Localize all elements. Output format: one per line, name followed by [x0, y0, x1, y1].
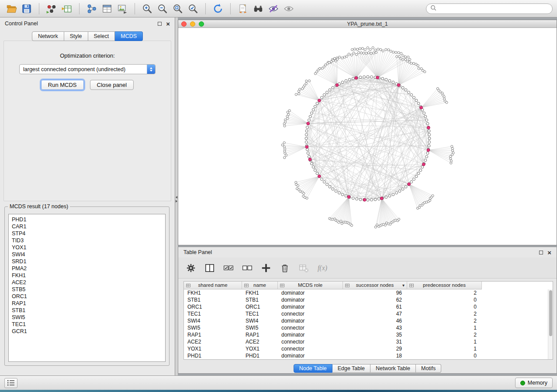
network-node[interactable]: [400, 58, 402, 60]
network-node-dominator[interactable]: [397, 84, 400, 87]
network-node-dominator[interactable]: [307, 122, 310, 125]
mcds-result-item[interactable]: ACE2: [12, 279, 165, 286]
mcds-result-item[interactable]: RAP1: [12, 300, 165, 307]
network-node[interactable]: [413, 178, 415, 181]
table-cell[interactable]: SWI5: [184, 324, 242, 331]
table-cell[interactable]: TEC1: [184, 310, 242, 317]
network-node[interactable]: [426, 152, 429, 155]
table-cell[interactable]: 1: [407, 345, 482, 352]
network-node-dominator[interactable]: [380, 197, 383, 200]
network-node[interactable]: [374, 198, 377, 201]
network-node[interactable]: [419, 169, 422, 172]
table-cell[interactable]: YOX1: [242, 345, 278, 352]
network-node[interactable]: [390, 50, 392, 52]
network-node[interactable]: [348, 78, 351, 81]
network-node[interactable]: [314, 169, 316, 172]
network-node[interactable]: [392, 81, 394, 83]
unselect-all-checkbox-button[interactable]: [241, 261, 254, 275]
zoom-in-button[interactable]: [140, 2, 154, 16]
table-cell[interactable]: RAP1: [184, 331, 242, 338]
close-panel-button[interactable]: Close panel: [90, 80, 134, 90]
network-node[interactable]: [335, 60, 337, 62]
network-node[interactable]: [384, 224, 386, 226]
network-graph-svg[interactable]: [178, 28, 557, 245]
network-node[interactable]: [450, 162, 452, 164]
table-cell[interactable]: dominator: [278, 331, 343, 338]
network-node[interactable]: [353, 48, 356, 50]
table-cell[interactable]: TEC1: [242, 310, 278, 317]
network-node[interactable]: [398, 190, 401, 193]
column-header-MCDS-role[interactable]: MCDS role: [278, 282, 343, 289]
network-node[interactable]: [392, 193, 394, 196]
new-network-table-button[interactable]: [100, 2, 114, 16]
table-cell[interactable]: dominator: [278, 317, 343, 324]
hide-selected-button[interactable]: [266, 2, 280, 16]
network-node[interactable]: [385, 48, 387, 51]
network-node[interactable]: [335, 190, 337, 193]
tab-network-table[interactable]: Network Table: [370, 364, 416, 373]
network-node[interactable]: [298, 93, 300, 95]
network-node[interactable]: [353, 52, 355, 54]
memory-button[interactable]: Memory: [515, 378, 553, 388]
column-header-predecessor-nodes[interactable]: predecessor nodes: [407, 282, 482, 289]
network-node[interactable]: [405, 58, 407, 61]
column-header-name[interactable]: name: [242, 282, 278, 289]
tab-edge-table[interactable]: Edge Table: [332, 364, 370, 373]
table-cell[interactable]: connector: [278, 324, 343, 331]
network-node[interactable]: [284, 148, 286, 150]
network-node[interactable]: [284, 157, 286, 159]
table-cell[interactable]: PHD1: [242, 352, 278, 359]
table-cell[interactable]: 2: [407, 331, 482, 338]
network-node[interactable]: [413, 96, 415, 99]
table-cell[interactable]: 2: [407, 317, 482, 324]
save-session-button[interactable]: [20, 2, 34, 16]
network-node[interactable]: [305, 130, 308, 132]
refresh-layout-button[interactable]: [211, 2, 225, 16]
table-cell[interactable]: 61: [343, 303, 407, 310]
mcds-result-item[interactable]: GCR1: [12, 328, 165, 335]
network-node[interactable]: [305, 141, 308, 144]
table-cell[interactable]: dominator: [278, 352, 343, 359]
network-node[interactable]: [332, 188, 334, 190]
network-node[interactable]: [306, 197, 308, 199]
network-node[interactable]: [346, 55, 348, 57]
table-cell[interactable]: 2: [407, 310, 482, 317]
table-row[interactable]: ACE2ACE2connector311: [184, 338, 553, 345]
mcds-result-item[interactable]: CAR1: [12, 223, 165, 230]
network-node[interactable]: [377, 198, 380, 200]
search-input[interactable]: [439, 6, 548, 12]
network-node[interactable]: [365, 52, 367, 55]
mcds-result-item[interactable]: FKH1: [12, 272, 165, 279]
network-node[interactable]: [426, 119, 428, 121]
network-node[interactable]: [341, 57, 343, 59]
network-node[interactable]: [314, 105, 316, 108]
mcds-result-item[interactable]: SRD1: [12, 258, 165, 265]
table-cell[interactable]: 2: [407, 289, 482, 296]
run-mcds-button[interactable]: Run MCDS: [41, 80, 84, 90]
mcds-result-item[interactable]: STP4: [12, 230, 165, 237]
network-node[interactable]: [423, 112, 426, 114]
network-node[interactable]: [352, 197, 354, 199]
network-node[interactable]: [297, 185, 299, 187]
table-cell[interactable]: PHD1: [184, 352, 242, 359]
open-file-button[interactable]: [4, 2, 18, 16]
network-node-dominator[interactable]: [422, 163, 425, 166]
network-node[interactable]: [382, 50, 384, 52]
network-node[interactable]: [345, 79, 347, 82]
network-node[interactable]: [417, 172, 420, 175]
tab-network[interactable]: Network: [32, 31, 64, 41]
network-node[interactable]: [426, 122, 429, 125]
network-node[interactable]: [405, 186, 407, 188]
network-node[interactable]: [358, 52, 360, 54]
network-node-dominator[interactable]: [376, 76, 379, 79]
network-node[interactable]: [408, 91, 410, 94]
delete-table-button[interactable]: [297, 261, 310, 275]
mcds-result-item[interactable]: STB1: [12, 307, 165, 314]
network-node[interactable]: [398, 55, 400, 58]
table-scrollbar-thumb[interactable]: [549, 290, 552, 336]
network-node[interactable]: [359, 48, 361, 50]
network-node[interactable]: [413, 62, 415, 65]
network-node[interactable]: [352, 77, 354, 80]
table-cell[interactable]: ORC1: [242, 303, 278, 310]
network-node[interactable]: [305, 80, 308, 82]
